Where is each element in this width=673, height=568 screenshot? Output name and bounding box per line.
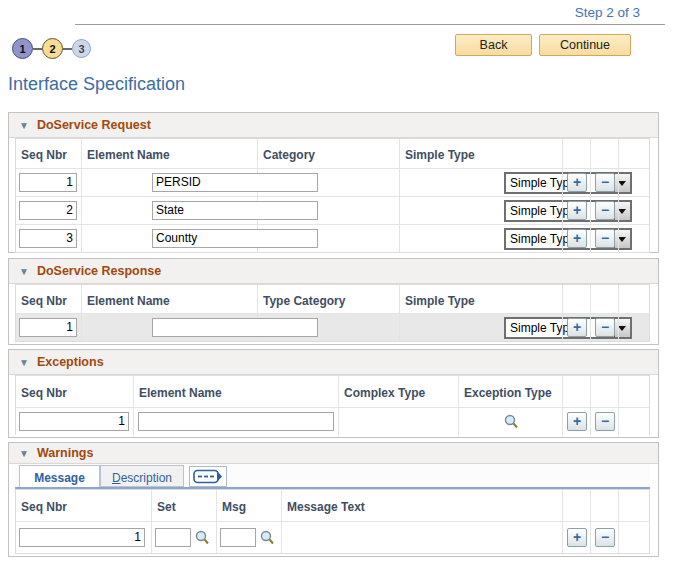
seq-nbr-input[interactable]: [19, 201, 77, 220]
col-seq-nbr: Seq Nbr: [16, 285, 81, 308]
section-exceptions: ▼ Exceptions Seq Nbr Element Name Comple…: [8, 349, 659, 438]
table-row: Simple Type + −: [16, 313, 649, 341]
delete-row-button[interactable]: −: [595, 201, 615, 220]
lookup-icon[interactable]: [260, 530, 275, 546]
lookup-icon[interactable]: [195, 530, 210, 546]
add-row-button[interactable]: +: [567, 528, 587, 547]
col-seq-nbr: Seq Nbr: [16, 139, 81, 162]
add-row-button[interactable]: +: [567, 318, 587, 337]
table-row: Simple Type xsd:string + −: [16, 168, 649, 196]
collapse-icon[interactable]: ▼: [19, 448, 29, 459]
back-button[interactable]: Back: [455, 34, 532, 56]
col-msg: Msg: [217, 490, 281, 514]
col-element-name: Element Name: [82, 285, 257, 308]
section-title: DoService Request: [37, 118, 151, 132]
response-grid: Seq Nbr Element Name Type Category Simpl…: [15, 284, 650, 342]
column-header-row: Seq Nbr Element Name Type Category Simpl…: [16, 285, 649, 313]
msg-input[interactable]: [220, 528, 256, 547]
section-warnings: ▼ Warnings Message Description Seq Nbr S…: [8, 442, 659, 557]
show-all-columns-button[interactable]: [189, 466, 227, 487]
col-message-text: Message Text: [282, 490, 562, 514]
add-row-button[interactable]: +: [567, 173, 587, 192]
seq-nbr-input[interactable]: [19, 229, 77, 248]
table-row: Simple Type xsd:string + −: [16, 224, 649, 252]
section-doservice-response: ▼ DoService Response Seq Nbr Element Nam…: [8, 258, 659, 345]
tab-message-label: Message: [20, 471, 99, 485]
set-input[interactable]: [155, 528, 191, 547]
col-category: Category: [258, 139, 399, 162]
col-seq-nbr: Seq Nbr: [16, 490, 151, 514]
delete-row-button[interactable]: −: [595, 412, 615, 431]
delete-row-button[interactable]: −: [595, 229, 615, 248]
step-connector: [63, 48, 72, 50]
tab-description[interactable]: Description: [100, 465, 184, 487]
tab-message[interactable]: Message: [19, 465, 100, 487]
show-all-columns-icon: [193, 469, 223, 484]
column-header-row: Seq Nbr Element Name Category Simple Typ…: [16, 139, 649, 168]
table-row: + −: [16, 521, 649, 553]
step-progress: 1 2 3: [12, 38, 91, 59]
seq-nbr-input[interactable]: [19, 173, 77, 192]
section-header: ▼ Exceptions: [9, 350, 658, 375]
step-circle-3: 3: [72, 39, 91, 58]
col-simple-type: Simple Type: [400, 285, 562, 308]
step-circle-2: 2: [42, 38, 63, 59]
page-title: Interface Specification: [8, 74, 185, 95]
seq-nbr-input[interactable]: [19, 318, 77, 337]
section-title: DoService Response: [37, 264, 161, 278]
col-seq-nbr: Seq Nbr: [16, 376, 133, 400]
header-divider: [75, 24, 665, 25]
section-title: Exceptions: [37, 355, 104, 369]
collapse-icon[interactable]: ▼: [19, 266, 29, 277]
col-element-name: Element Name: [134, 376, 338, 400]
step-connector: [33, 48, 42, 50]
col-set: Set: [152, 490, 216, 514]
column-header-row: Seq Nbr Element Name Complex Type Except…: [16, 376, 649, 407]
continue-button[interactable]: Continue: [539, 34, 631, 56]
section-title: Warnings: [37, 446, 93, 460]
lookup-icon[interactable]: [504, 414, 519, 430]
section-header: ▼ Warnings: [9, 443, 658, 464]
column-header-row: Seq Nbr Set Msg Message Text: [16, 490, 649, 521]
table-row: + −: [16, 407, 649, 435]
add-row-button[interactable]: +: [567, 412, 587, 431]
col-simple-type: Simple Type: [400, 139, 562, 162]
table-row: Simple Type xsd:string + −: [16, 196, 649, 224]
delete-row-button[interactable]: −: [595, 528, 615, 547]
section-doservice-request: ▼ DoService Request Seq Nbr Element Name…: [8, 112, 659, 253]
section-header: ▼ DoService Request: [9, 113, 658, 138]
warnings-tabbar: Message Description: [15, 464, 650, 489]
seq-nbr-input[interactable]: [19, 412, 129, 431]
warnings-grid: Seq Nbr Set Msg Message Text: [15, 489, 650, 554]
collapse-icon[interactable]: ▼: [19, 357, 29, 368]
delete-row-button[interactable]: −: [595, 173, 615, 192]
delete-row-button[interactable]: −: [595, 318, 615, 337]
tab-description-label: Description: [101, 471, 183, 485]
request-grid: Seq Nbr Element Name Category Simple Typ…: [15, 138, 650, 253]
section-header: ▼ DoService Response: [9, 259, 658, 284]
col-complex-type: Complex Type: [339, 376, 458, 400]
step-circle-1: 1: [12, 38, 33, 59]
add-row-button[interactable]: +: [567, 229, 587, 248]
add-row-button[interactable]: +: [567, 201, 587, 220]
element-name-input[interactable]: [138, 412, 334, 431]
col-element-name: Element Name: [82, 139, 257, 162]
col-exception-type: Exception Type: [459, 376, 562, 400]
seq-nbr-input[interactable]: [19, 528, 145, 547]
step-indicator-text: Step 2 of 3: [575, 5, 640, 20]
col-type-category: Type Category: [258, 285, 399, 308]
collapse-icon[interactable]: ▼: [19, 120, 29, 131]
exceptions-grid: Seq Nbr Element Name Complex Type Except…: [15, 375, 650, 435]
